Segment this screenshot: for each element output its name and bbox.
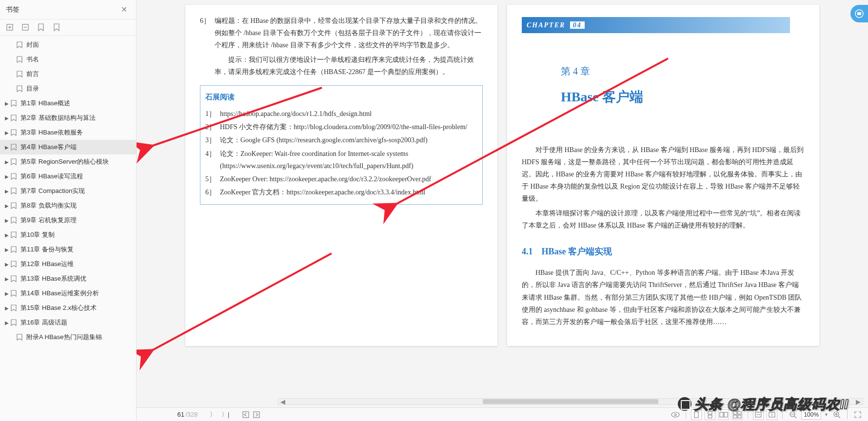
reading-title: 石展阅读: [205, 91, 477, 104]
reading-num: 2］: [205, 121, 220, 133]
bookmark-item[interactable]: ▶第6章 HBase读写流程: [0, 169, 136, 184]
chapter-banner: CHAPTER 04: [522, 17, 790, 33]
bookmark-item[interactable]: ▶第13章 HBase系统调优: [0, 271, 136, 286]
banner-label: CHAPTER: [527, 21, 565, 29]
bookmark-item[interactable]: 前言: [0, 67, 136, 81]
section-title: 4.1 HBase 客户端实现: [522, 244, 805, 259]
bookmark-item[interactable]: ▶第15章 HBase 2.x核心技术: [0, 301, 136, 315]
forward-view-icon[interactable]: [251, 409, 262, 420]
scroll-left-icon[interactable]: ◀: [278, 398, 287, 405]
bookmark-icon: [11, 217, 18, 224]
collapse-all-icon[interactable]: [21, 23, 29, 31]
sidebar-title: 书签: [6, 5, 20, 14]
bookmark-item[interactable]: ▶第1章 HBase概述: [0, 96, 136, 111]
exercise-num: 6］: [200, 15, 215, 52]
bookmark-item[interactable]: ▶第10章 复制: [0, 228, 136, 242]
bookmark-item[interactable]: ▶第8章 负载均衡实现: [0, 198, 136, 213]
bookmark-label: 第7章 Compaction实现: [20, 187, 85, 195]
bookmark-label: 第11章 备份与恢复: [20, 245, 74, 254]
bookmark-item[interactable]: 附录A HBase热门问题集锦: [0, 330, 136, 344]
reading-num: 6］: [205, 186, 220, 198]
chevron-right-icon[interactable]: ▶: [5, 174, 10, 179]
chevron-right-icon[interactable]: ▶: [5, 262, 10, 267]
back-view-icon[interactable]: [240, 409, 251, 420]
bookmark-label: 第12章 HBase运维: [20, 260, 74, 268]
chevron-right-icon[interactable]: ▶: [5, 130, 10, 135]
bookmark-item[interactable]: ▶第4章 HBase客户端: [0, 140, 136, 154]
chevron-right-icon[interactable]: ▶: [5, 159, 10, 165]
bookmark-label: 书名: [26, 55, 39, 64]
bookmark-item[interactable]: ▶第16章 高级话题: [0, 315, 136, 330]
bookmark-list[interactable]: 封面书名前言目录▶第1章 HBase概述▶第2章 基础数据结构与算法▶第3章 H…: [0, 36, 136, 421]
scroll-right-icon[interactable]: ▶: [854, 398, 863, 405]
bookmark-label: 第16章 高级话题: [20, 318, 67, 327]
pages-container: 6］ 编程题：在 HBase 的数据目录中，经常会出现某个目录下存放大量子目录和…: [137, 0, 868, 407]
svg-rect-16: [708, 415, 712, 418]
para-1: 对于使用 HBase 的业务方来说，从 HBase 客户端到 HBase 服务端…: [522, 144, 805, 205]
bookmark-item[interactable]: 目录: [0, 81, 136, 96]
bookmark-alt-icon[interactable]: [53, 23, 60, 31]
chevron-right-icon[interactable]: ▶: [5, 247, 10, 252]
bookmark-item[interactable]: ▶第5章 RegionServer的核心模块: [0, 154, 136, 169]
reading-text: https://hadoop.apache.org/docs/r1.2.1/hd…: [220, 108, 477, 120]
bookmark-icon: [17, 71, 23, 77]
bookmark-label: 第9章 宕机恢复原理: [20, 216, 77, 225]
chevron-right-icon[interactable]: ▶: [5, 145, 10, 150]
expand-all-icon[interactable]: [6, 23, 14, 31]
bookmark-item[interactable]: ▶第2章 基础数据结构与算法: [0, 111, 136, 125]
exercise-hint: 提示：我们可以很方便地设计一个单线程递归程序来完成统计任务，为提高统计效率，请采…: [200, 54, 483, 78]
fullscreen-icon[interactable]: [852, 409, 863, 420]
bookmark-icon: [11, 246, 18, 253]
reading-item: 1］https://hadoop.apache.org/docs/r1.2.1/…: [205, 108, 477, 120]
bookmark-item[interactable]: ▶第9章 宕机恢复原理: [0, 213, 136, 228]
bookmark-label: 第15章 HBase 2.x核心技术: [20, 304, 97, 312]
bookmark-icon: [11, 158, 18, 165]
reading-num: 5］: [205, 173, 220, 185]
chevron-right-icon[interactable]: ▶: [5, 291, 10, 296]
chevron-right-icon[interactable]: ▶: [5, 203, 10, 209]
chevron-right-icon[interactable]: ▶: [5, 306, 10, 311]
bookmark-label: 第13章 HBase系统调优: [20, 274, 86, 283]
bookmark-label: 附录A HBase热门问题集锦: [26, 333, 102, 342]
chevron-right-icon[interactable]: ▶: [5, 218, 10, 223]
svg-line-28: [794, 416, 796, 418]
chevron-right-icon[interactable]: ▶: [5, 320, 10, 325]
bookmark-icon: [11, 290, 18, 297]
watermark: 头条 @程序员高级码农II: [678, 395, 848, 414]
close-icon[interactable]: ✕: [118, 4, 130, 15]
next-page-icon[interactable]: 〉: [207, 409, 218, 420]
chevron-right-icon[interactable]: ▶: [5, 232, 10, 238]
scrollbar-thumb[interactable]: [483, 399, 658, 404]
svg-rect-10: [243, 412, 249, 418]
bookmark-icon: [11, 144, 18, 151]
reading-item: 3］论文：Google GFS (https://research.google…: [205, 134, 477, 146]
chevron-right-icon[interactable]: ▶: [5, 189, 10, 194]
bookmark-item[interactable]: 书名: [0, 52, 136, 67]
bookmark-item[interactable]: ▶第7章 Compaction实现: [0, 184, 136, 198]
chevron-right-icon[interactable]: ▶: [5, 101, 10, 106]
bookmark-icon: [11, 202, 18, 209]
bookmark-item[interactable]: ▶第14章 HBase运维案例分析: [0, 286, 136, 301]
bookmark-icon: [11, 115, 18, 121]
bookmark-item[interactable]: 封面: [0, 38, 136, 52]
reading-text: ZooKeeper 官方文档：https://zookeeper.apache.…: [220, 186, 477, 198]
assistant-float-button[interactable]: [850, 5, 868, 22]
bookmark-icon[interactable]: [37, 23, 45, 31]
chevron-right-icon[interactable]: ▶: [5, 115, 10, 121]
bookmark-item[interactable]: ▶第11章 备份与恢复: [0, 242, 136, 257]
bookmark-item[interactable]: ▶第3章 HBase依赖服务: [0, 125, 136, 140]
bookmarks-sidebar: 书签 ✕ 封面书名前言目录▶第1章 HBase概述▶第2章 基础数据结构与算法▶…: [0, 0, 137, 421]
svg-rect-22: [738, 415, 741, 418]
bookmark-icon: [17, 41, 23, 48]
banner-num: 04: [570, 21, 585, 29]
sidebar-header: 书签 ✕: [0, 0, 136, 19]
bookmark-label: 第1章 HBase概述: [20, 99, 70, 108]
chevron-right-icon[interactable]: ▶: [5, 276, 10, 282]
page-left: 6］ 编程题：在 HBase 的数据目录中，经常会出现某个目录下存放大量子目录和…: [185, 5, 497, 346]
content-area: 6］ 编程题：在 HBase 的数据目录中，经常会出现某个目录下存放大量子目录和…: [137, 0, 868, 421]
bookmark-icon: [11, 100, 18, 107]
page-number-input[interactable]: [141, 411, 185, 418]
bookmark-item[interactable]: ▶第12章 HBase运维: [0, 257, 136, 271]
last-page-icon[interactable]: 〉|: [220, 409, 231, 420]
bookmark-label: 第4章 HBase客户端: [20, 143, 77, 152]
